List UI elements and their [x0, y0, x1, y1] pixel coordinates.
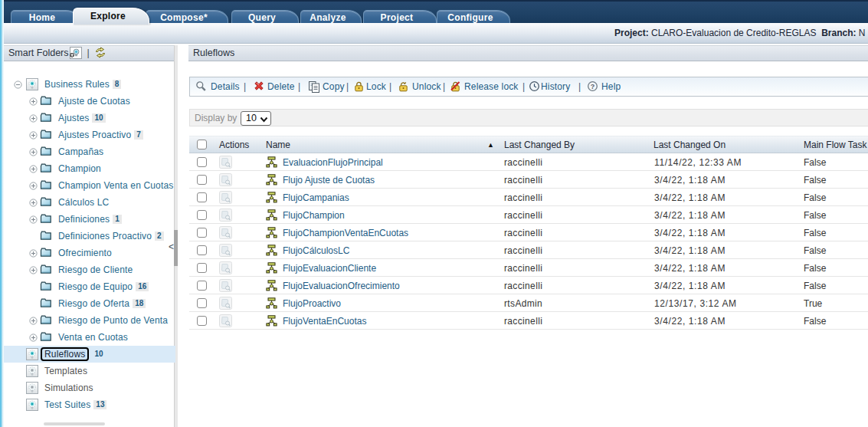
svg-text:?: ?: [591, 83, 595, 90]
